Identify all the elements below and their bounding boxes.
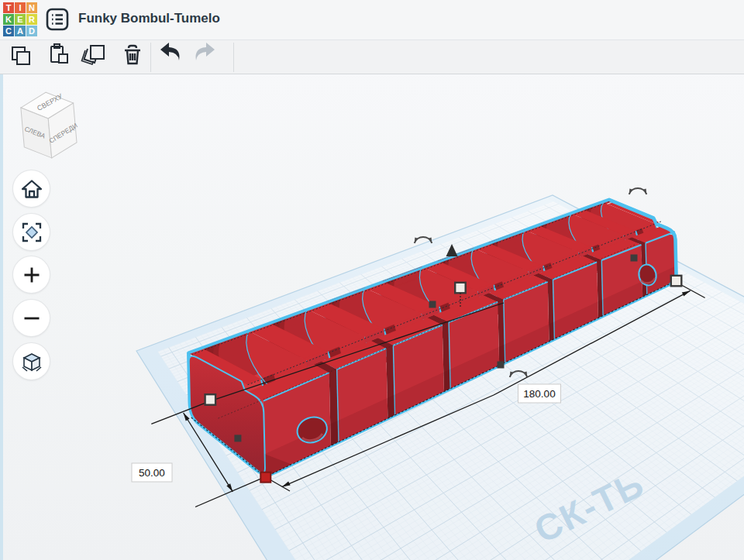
svg-text:180.00: 180.00 — [523, 388, 555, 400]
svg-text:50.00: 50.00 — [139, 467, 165, 479]
